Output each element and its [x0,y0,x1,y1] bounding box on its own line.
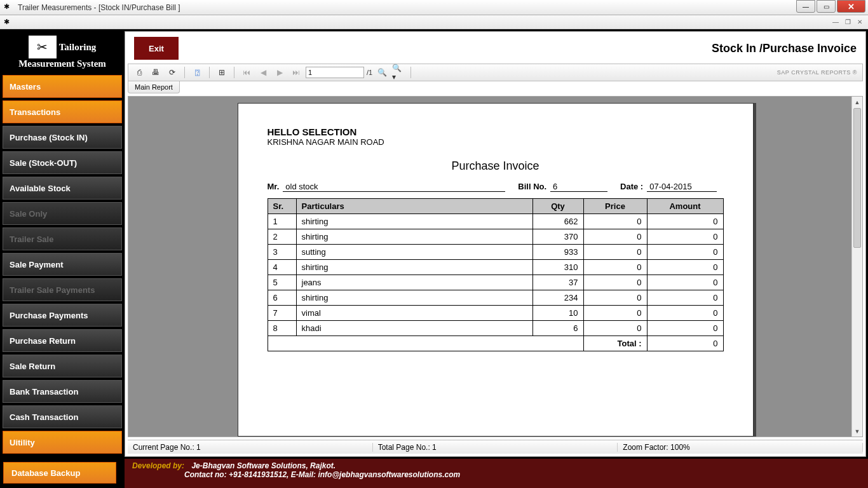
scissors-icon [29,36,57,58]
app-name-line2: Measurement System [3,58,122,69]
total-label: Total : [583,336,647,351]
sidebar-item-sale-payment[interactable]: Sale Payment [3,253,122,276]
vertical-scrollbar[interactable]: ▲ ▼ [851,97,862,437]
report-page: HELLO SELECTION KRISHNA NAGAR MAIN ROAD … [238,103,754,437]
mdi-close-button[interactable]: ✕ [855,18,864,25]
app-icon: ✱ [4,3,14,13]
scroll-thumb[interactable] [853,108,861,248]
status-current-page: Current Page No.: 1 [128,443,373,452]
col-qty: Qty [532,199,583,214]
invoice-table: Sr. Particulars Qty Price Amount 1shirti… [268,198,724,351]
table-row: 5jeans3700 [268,275,723,290]
report-viewer[interactable]: HELLO SELECTION KRISHNA NAGAR MAIN ROAD … [128,96,863,437]
col-particulars: Particulars [296,199,532,214]
total-value: 0 [647,336,723,351]
content-area: Exit Stock In /Purchase Invoice ⎙ 🖶 ⟳ ⍰ … [125,31,866,457]
bill-no-label: Bill No. [518,182,546,192]
group-tree-icon[interactable]: ⊞ [215,66,229,79]
developed-by-label: Developed by: [132,461,184,470]
sidebar: Tailoring Measurement System MastersTran… [0,29,125,459]
mr-label: Mr. [268,182,280,192]
sidebar-item-trailer-sale-payments: Trailer Sale Payments [3,278,122,301]
page-title: Stock In /Purchase Invoice [712,42,857,55]
sidebar-item-sale-return[interactable]: Sale Return [3,355,122,377]
tab-main-report[interactable]: Main Report [128,81,180,93]
sidebar-item-sale-only: Sale Only [3,202,122,225]
find-icon[interactable]: 🔍 [375,66,389,79]
sidebar-item-purchase-payments[interactable]: Purchase Payments [3,304,122,327]
status-bar: Current Page No.: 1 Total Page No.: 1 Zo… [128,440,863,454]
nav-last-icon[interactable]: ⏭ [289,66,303,79]
sidebar-item-purchase-stock-in-[interactable]: Purchase (Stock IN) [3,126,122,149]
developer-contact: Contact no: +91-8141931512, E-Mail: info… [184,470,860,479]
developer-name: Je-Bhagvan Software Solutions, Rajkot. [191,461,336,470]
scroll-up-icon[interactable]: ▲ [852,97,862,107]
report-tabs: Main Report [128,81,863,93]
status-total-page: Total Page No.: 1 [373,443,618,452]
zoom-icon[interactable]: 🔍▾ [391,66,405,79]
window-minimize-button[interactable]: — [796,0,815,13]
date-value: 07-04-2015 [647,182,717,192]
window-title: Trailer Measurements - [Stock IN/Purchas… [18,3,180,12]
table-row: 2shirting37000 [268,229,723,245]
sidebar-item-trailer-sale: Trailer Sale [3,227,122,250]
table-row: 1shirting66200 [268,214,723,229]
database-backup-button[interactable]: Database Backup [3,462,116,484]
sidebar-item-purchase-return[interactable]: Purchase Return [3,329,122,352]
scroll-down-icon[interactable]: ▼ [852,426,862,437]
mdi-restore-button[interactable]: ❐ [843,18,853,25]
sidebar-item-uitility[interactable]: Uitility [3,431,122,454]
nav-first-icon[interactable]: ⏮ [240,66,254,79]
footer-bar: Database Backup Developed by: Je-Bhagvan… [0,459,868,488]
nav-next-icon[interactable]: ▶ [273,66,287,79]
sidebar-item-cash-transaction[interactable]: Cash Transaction [3,405,122,428]
sidebar-item-transactions[interactable]: Transactions [3,100,122,123]
print-icon[interactable]: 🖶 [149,66,163,79]
sidebar-item-sale-stock-out-[interactable]: Sale (Stock-OUT) [3,151,122,174]
nav-prev-icon[interactable]: ◀ [256,66,270,79]
window-titlebar: ✱ Trailer Measurements - [Stock IN/Purch… [0,0,868,15]
export-icon[interactable]: ⎙ [132,66,146,79]
sidebar-item-masters[interactable]: Masters [3,75,122,98]
table-row: 7vimal1000 [268,306,723,321]
window-close-button[interactable]: ✕ [837,0,865,13]
table-row: 3sutting93300 [268,245,723,260]
col-sr: Sr. [268,199,296,214]
report-toolbar: ⎙ 🖶 ⟳ ⍰ ⊞ ⏮ ◀ ▶ ⏭ /1 🔍 🔍▾ SAP CRYSTAL RE… [128,64,863,81]
table-row: 4shirting31000 [268,260,723,275]
mdi-icon: ✱ [4,18,10,26]
help-icon[interactable]: ⍰ [190,66,204,79]
sidebar-item-bank-transaction[interactable]: Bank Transaction [3,380,122,403]
mdi-minimize-button[interactable]: — [831,18,841,25]
crystal-reports-brand: SAP CRYSTAL REPORTS ® [777,69,857,76]
table-row: 6shirting23400 [268,290,723,306]
sidebar-item-available-stock[interactable]: Available Stock [3,177,122,200]
table-row: 8khadi600 [268,321,723,336]
company-address: KRISHNA NAGAR MAIN ROAD [268,137,724,147]
refresh-icon[interactable]: ⟳ [165,66,179,79]
app-name-line1: Tailoring [59,42,97,53]
exit-button[interactable]: Exit [134,37,179,60]
mdi-toolbar: ✱ — ❐ ✕ [0,15,868,29]
mr-value: old stock [283,182,505,192]
document-title: Purchase Invoice [268,159,724,173]
page-number-input[interactable] [306,67,364,78]
date-label: Date : [620,182,643,192]
bill-no-value: 6 [550,182,607,192]
app-logo: Tailoring Measurement System [3,32,122,72]
page-total-label: /1 [367,69,372,76]
col-price: Price [583,199,647,214]
company-name: HELLO SELECTION [268,126,724,137]
status-zoom: Zoom Factor: 100% [618,443,863,452]
col-amount: Amount [647,199,723,214]
window-maximize-button[interactable]: ▭ [817,0,836,13]
